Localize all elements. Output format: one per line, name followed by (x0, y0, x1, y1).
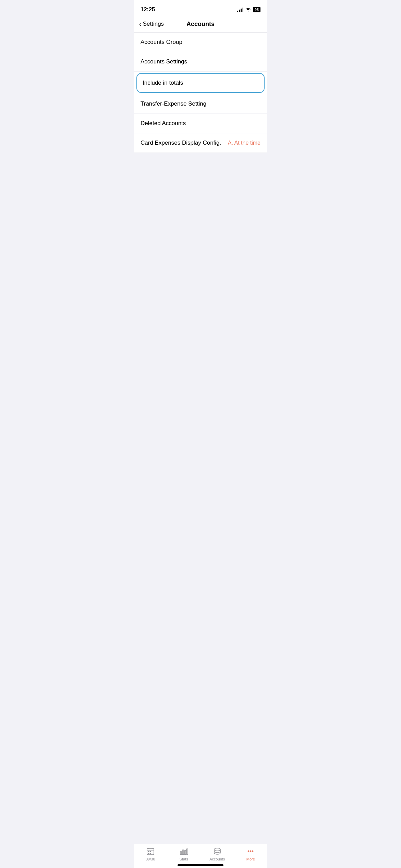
menu-item-label: Deleted Accounts (141, 120, 186, 127)
menu-item-label: Accounts Settings (141, 58, 187, 65)
menu-item-label: Include in totals (143, 80, 183, 86)
menu-item-label: Card Expenses Display Config. (141, 140, 221, 146)
nav-header: ‹ Settings Accounts (134, 17, 267, 33)
back-button[interactable]: ‹ Settings (139, 21, 173, 27)
menu-item-value: A. At the time (228, 140, 260, 146)
wifi-icon (245, 8, 251, 12)
menu-list: Accounts Group Accounts Settings Include… (134, 33, 267, 153)
menu-item-card-expenses[interactable]: Card Expenses Display Config. A. At the … (134, 133, 267, 153)
signal-icon (237, 7, 243, 12)
menu-item-accounts-settings[interactable]: Accounts Settings (134, 52, 267, 72)
menu-item-deleted-accounts[interactable]: Deleted Accounts (134, 114, 267, 133)
status-bar: 12:25 95 (134, 0, 267, 17)
back-chevron-icon: ‹ (139, 21, 142, 27)
back-label: Settings (143, 21, 164, 27)
menu-item-label: Accounts Group (141, 39, 182, 46)
page-title: Accounts (186, 21, 215, 28)
status-time: 12:25 (141, 6, 155, 13)
menu-item-include-in-totals[interactable]: Include in totals (136, 73, 265, 93)
battery-indicator: 95 (253, 7, 260, 12)
menu-item-transfer-expense[interactable]: Transfer-Expense Setting (134, 94, 267, 114)
status-icons: 95 (237, 7, 260, 12)
menu-item-accounts-group[interactable]: Accounts Group (134, 33, 267, 52)
menu-item-label: Transfer-Expense Setting (141, 100, 206, 107)
empty-area (134, 153, 267, 324)
